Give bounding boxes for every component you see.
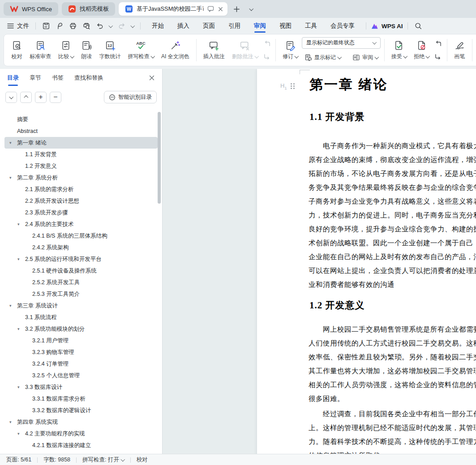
document-text-line[interactable]: 人们使用传统的人工方式进行校园二手交易交易。这种 (309, 336, 476, 350)
sidebar-tab-bookmarks[interactable]: 书签 (52, 74, 64, 82)
toc-item[interactable]: 1.2 开发意义 (4, 160, 158, 172)
document-text-line[interactable]: 其工作量也将大大增加，这必将增加校园二手交易管理 (309, 364, 476, 378)
next-comment-icon[interactable] (262, 51, 272, 61)
insert-comment-button[interactable]: 插入批注 (200, 38, 228, 62)
toc-item[interactable]: ▾3.2 系统功能模块的划分 (4, 323, 158, 335)
document-text-line[interactable]: 的信息管理方法所取代。 (309, 448, 476, 454)
next-change-icon[interactable] (433, 51, 444, 61)
sidebar-tab-contents[interactable]: 目录 (7, 74, 19, 82)
word-count-button[interactable]: 12 字数统计 (96, 38, 124, 62)
show-markup-button[interactable]: 显示标记 (302, 52, 344, 64)
document-text-line[interactable]: 术创新的战略联盟。因此一个企业创建一个属于自己 (309, 236, 476, 250)
toc-item[interactable]: 2.5.1 硬件设备及操作系统 (4, 265, 158, 277)
menu-item-page[interactable]: 页面 (196, 18, 222, 34)
search-icon[interactable] (412, 21, 424, 31)
toc-item[interactable]: 3.1 系统流程 (4, 311, 158, 323)
toc-item[interactable]: 3.2.5 个人信息管理 (4, 370, 158, 381)
word-count-indicator[interactable]: 字数: 9858 (43, 456, 70, 464)
chapter-heading[interactable]: 第一章 绪论 (309, 75, 476, 94)
toc-item[interactable]: 3.2.3 购物车管理 (4, 346, 158, 358)
document-text-line[interactable]: 相关的工作人员劳动强度，这将给企业的资料信息的管 (309, 378, 476, 392)
toolbar-more-dropdown-icon[interactable] (129, 21, 136, 31)
toc-item[interactable]: 2.5.3 开发工具简介 (4, 288, 158, 300)
sidebar-tab-chapters[interactable]: 章节 (30, 74, 41, 82)
expand-triangle-icon[interactable]: ▾ (9, 141, 12, 145)
menu-item-view[interactable]: 视图 (273, 18, 298, 34)
ink-brush-button[interactable]: 画笔 (450, 38, 469, 62)
sidebar-tab-find-replace[interactable]: 查找和替换 (74, 74, 103, 82)
menu-item-member[interactable]: 会员专享 (324, 18, 361, 34)
document-page[interactable]: H1 第一章 绪论 1.1 开发背景 电子商务作为一种新兴的商业模式，它具有着极… (257, 69, 476, 454)
menu-item-reference[interactable]: 引用 (222, 18, 247, 34)
redo-icon[interactable] (116, 21, 128, 31)
tab-docer-templates[interactable]: 找稻壳模板 (62, 2, 115, 16)
toc-item[interactable]: 摘要 (4, 114, 158, 125)
toc-item[interactable]: 3.2.1 用户管理 (4, 335, 158, 346)
close-tab-icon[interactable] (218, 6, 223, 12)
section-heading-1-2[interactable]: 1.2 开发意义 (309, 299, 476, 312)
read-aloud-button[interactable]: 朗读 (77, 38, 96, 62)
expand-triangle-icon[interactable]: ▾ (17, 327, 20, 331)
toc-item[interactable]: 2.4.2 系统架构 (4, 242, 158, 253)
document-text-line[interactable]: 子商务对参与企业竞争力具有战略意义，这些意义将表 (309, 194, 476, 208)
expand-heading-icon[interactable] (20, 92, 32, 103)
toc-item[interactable]: ▾2.5 系统的运行环境和开发平台 (4, 253, 158, 265)
save-icon[interactable] (40, 21, 52, 31)
wps-ai-button[interactable]: WPS AI (371, 23, 403, 30)
undo-icon[interactable] (94, 21, 106, 31)
expand-triangle-icon[interactable]: ▾ (9, 420, 12, 424)
expand-all-icon[interactable]: + (35, 92, 47, 103)
proofread-button[interactable]: 校对 (8, 38, 26, 62)
toc-item[interactable]: 2.4.1 B/S 系统的三层体系结构 (4, 230, 158, 242)
toc-item[interactable]: 4.2.1 数据库连接的建立 (4, 439, 158, 451)
reject-change-button[interactable]: 拒绝 (410, 38, 433, 62)
document-text-line[interactable]: 经过调查，目前我国各类企业中有相当一部分工作 (309, 407, 476, 421)
markup-state-select[interactable]: 显示标记的最终状态 (302, 37, 381, 49)
print-preview-icon[interactable] (81, 21, 92, 31)
standard-review-button[interactable]: 标准审查 (26, 38, 55, 62)
menu-item-tools[interactable]: 工具 (298, 18, 324, 34)
expand-triangle-icon[interactable]: ▾ (17, 431, 20, 436)
document-text-line[interactable]: 务竞争及其竞争结果最终将反映在参与企业的综合竞争 (309, 180, 476, 194)
document-text-line[interactable]: 效率低、保密性差且较为繁琐。另外，随着校园二手交 (309, 350, 476, 364)
expand-triangle-icon[interactable]: ▾ (17, 222, 20, 226)
expand-triangle-icon[interactable]: ▾ (17, 385, 20, 389)
toc-item[interactable]: 3.2.4 订单管理 (4, 358, 158, 370)
proofread-status[interactable]: 校对 (137, 456, 148, 464)
export-pdf-icon[interactable] (54, 21, 65, 31)
document-text-line[interactable]: 业和消费者能够有效的沟通 (309, 277, 476, 291)
document-text-line[interactable]: 电子商务作为一种新兴的商业模式，它具有着极大 (309, 139, 476, 153)
toc-item[interactable]: 2.5.2 系统开发工具 (4, 277, 158, 288)
document-text-line[interactable]: 拓新的市场，不论从电子商务发展方向看，还是从电子 (309, 166, 476, 180)
spell-check-status[interactable]: 拼写检查: 打开 (82, 456, 124, 464)
menu-item-insert[interactable]: 插入 (171, 18, 196, 34)
drag-handle-icon[interactable] (290, 83, 295, 90)
collapse-heading-icon[interactable] (5, 92, 17, 103)
compare-button[interactable]: 比较 (55, 38, 77, 62)
new-tab-icon[interactable] (231, 3, 243, 15)
comment-bubble-icon[interactable] (207, 6, 214, 12)
toc-item[interactable]: ▾4.2 主要功能程序的实现 (4, 428, 158, 439)
print-icon[interactable] (67, 21, 79, 31)
document-text-line[interactable]: 网上校园二手交易销售管理系统是所有企业都需要 (309, 322, 476, 336)
sidebar-scrollbar[interactable] (158, 112, 161, 204)
toc-item[interactable]: 3.3.1 数据库需求分析 (4, 393, 158, 405)
toc-item[interactable]: 4.2.2 修改购物车-添加数量 (4, 451, 158, 454)
document-text-line[interactable]: 可以在网站上提出，企业负责人可以把消费者的处理意 (309, 264, 476, 277)
toc-item[interactable]: ▾第二章 系统分析 (4, 172, 158, 183)
document-text-line[interactable]: 力。随着科学技术的不断提高，这种传统的手工管理方 (309, 435, 476, 448)
document-text-line[interactable]: 原有企业战略的束缚，彻底改变企业的运作流程，增强 (309, 153, 476, 166)
section-heading-1-1[interactable]: 1.1 开发背景 (309, 110, 476, 124)
smart-toc-button[interactable]: 智能识别目录 (104, 91, 157, 103)
document-text-line[interactable]: 力，技术创新力的促进上。同时，电子商务应当充分利 (309, 208, 476, 222)
delete-comment-button[interactable]: 删除批注 (228, 38, 262, 62)
toc-item[interactable]: ▾3.3 数据库设计 (4, 381, 158, 393)
toc-item[interactable]: ▾第三章 系统设计 (4, 300, 158, 311)
close-sidebar-icon[interactable] (149, 75, 155, 81)
document-text-line[interactable]: 很多困难。 (309, 392, 476, 405)
document-text-line[interactable]: 良好的竞争环境，提升参与企业综合竞争力、构建的技 (309, 222, 476, 236)
document-text-line[interactable]: 企业能在自己的网站上及时有效的发布自己的产品，消 (309, 250, 476, 264)
toc-item[interactable]: 2.3 系统开发步骤 (4, 207, 158, 218)
toc-item[interactable]: Abstract (4, 125, 158, 137)
accept-change-button[interactable]: 接受 (388, 38, 411, 62)
